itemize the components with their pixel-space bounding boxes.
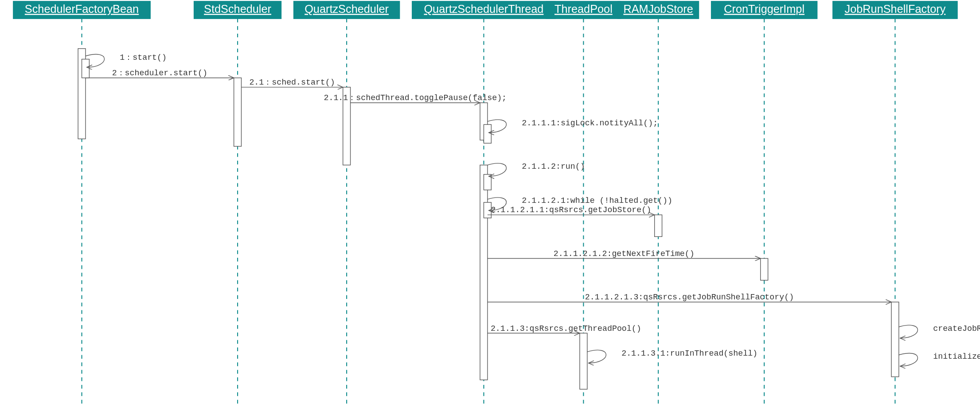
participant-label-3: QuartzSchedulerThread: [424, 3, 543, 15]
participant-label-4: ThreadPool: [554, 3, 613, 15]
message-label-12: initialize(qs): [933, 352, 980, 361]
self-message-loop-13: [587, 350, 606, 363]
message-label-8: 2.1.1.2.1.2:getNextFireTime(): [554, 249, 695, 258]
message-label-3: 2.1.1：schedThread.togglePause(false);: [324, 93, 507, 102]
message-label-0: 1：start(): [120, 53, 167, 62]
participant-label-7: JobRunShellFactory: [845, 3, 946, 15]
message-label-6: 2.1.1.2.1:while (!halted.get()): [522, 196, 672, 205]
activation-12: [580, 333, 587, 389]
message-label-4: 2.1.1.1:sigLock.notityAll();: [522, 119, 658, 128]
activation-5: [484, 124, 491, 143]
participant-label-5: RAMJobStore: [623, 3, 693, 15]
activation-11: [891, 302, 899, 377]
activation-6: [480, 165, 488, 380]
message-label-11: 2.1.1.3:qsRsrcs.getThreadPool(): [491, 324, 641, 333]
activation-10: [761, 259, 768, 280]
message-label-10: createJobRunShell(bndle): [933, 324, 980, 333]
activation-7: [484, 174, 491, 190]
message-label-7: 2.1.1.2.1.1:qsRsrcs.getJobStore(): [491, 206, 651, 214]
self-message-loop-12: [899, 353, 918, 366]
activation-1: [82, 59, 90, 78]
participant-label-2: QuartzScheduler: [305, 3, 389, 15]
message-label-1: 2：scheduler.start(): [112, 69, 207, 78]
participant-label-6: CronTriggerImpl: [724, 3, 804, 15]
participant-label-0: SchedulerFactoryBean: [25, 3, 139, 15]
participant-label-1: StdScheduler: [204, 3, 271, 15]
activation-9: [655, 215, 662, 237]
sequence-diagram: SchedulerFactoryBeanStdSchedulerQuartzSc…: [0, 0, 980, 411]
activation-2: [234, 78, 242, 147]
message-label-5: 2.1.1.2:run(): [522, 162, 585, 171]
message-label-13: 2.1.1.3.1:runInThread(shell): [621, 349, 757, 358]
message-label-2: 2.1：sched.start(): [249, 78, 335, 87]
message-label-9: 2.1.1.2.1.3:qsRsrcs.getJobRunShellFactor…: [585, 293, 794, 302]
self-message-loop-10: [899, 325, 918, 338]
